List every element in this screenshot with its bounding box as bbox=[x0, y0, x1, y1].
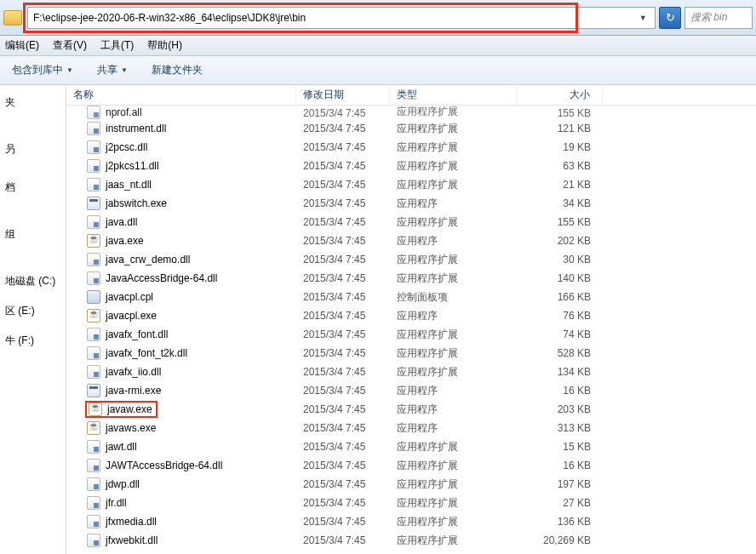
file-date-cell: 2015/3/4 7:45 bbox=[296, 291, 390, 303]
file-size-cell: 34 KB bbox=[518, 197, 603, 209]
file-name-cell[interactable]: jfxmedia.dll bbox=[66, 515, 296, 528]
file-name-cell[interactable]: nprof.all bbox=[66, 106, 296, 119]
file-row[interactable]: jabswitch.exe2015/3/4 7:45应用程序34 KB bbox=[66, 194, 756, 213]
file-row[interactable]: java-rmi.exe2015/3/4 7:45应用程序16 KB bbox=[66, 381, 756, 400]
sidebar-item[interactable]: 夹 bbox=[0, 92, 66, 113]
file-name-label: javacpl.cpl bbox=[106, 291, 153, 303]
toolbar-share[interactable]: 共享 ▼ bbox=[97, 63, 128, 77]
menu-help[interactable]: 帮助(H) bbox=[147, 38, 182, 53]
sidebar-item[interactable]: 牛 (F:) bbox=[0, 330, 66, 351]
file-rows[interactable]: nprof.all2015/3/4 7:45应用程序扩展155 KBinstru… bbox=[66, 106, 756, 554]
file-row[interactable]: java_crw_demo.dll2015/3/4 7:45应用程序扩展30 K… bbox=[66, 250, 756, 269]
file-name-cell[interactable]: jabswitch.exe bbox=[66, 197, 296, 210]
file-row[interactable]: java.dll2015/3/4 7:45应用程序扩展155 KB bbox=[66, 213, 756, 231]
file-row[interactable]: javafx_iio.dll2015/3/4 7:45应用程序扩展134 KB bbox=[66, 363, 756, 381]
file-name-cell[interactable]: java.exe bbox=[66, 234, 296, 248]
file-name-cell[interactable]: JavaAccessBridge-64.dll bbox=[66, 271, 296, 285]
file-row[interactable]: javafx_font_t2k.dll2015/3/4 7:45应用程序扩展52… bbox=[66, 344, 756, 363]
file-name-cell[interactable]: jaas_nt.dll bbox=[66, 178, 296, 191]
file-name-cell[interactable]: jfr.dll bbox=[66, 496, 296, 510]
file-row[interactable]: jdwp.dll2015/3/4 7:45应用程序扩展197 KB bbox=[66, 475, 756, 494]
file-date-cell: 2015/3/4 7:45 bbox=[296, 123, 390, 134]
refresh-button[interactable]: ↻ bbox=[659, 7, 681, 29]
file-date-cell: 2015/3/4 7:45 bbox=[296, 328, 390, 340]
file-name-cell[interactable]: instrument.dll bbox=[66, 122, 296, 135]
file-name-label: java-rmi.exe bbox=[106, 385, 161, 397]
dll-file-icon bbox=[87, 271, 100, 285]
file-name-cell[interactable]: java-rmi.exe bbox=[66, 384, 296, 397]
file-name-cell[interactable]: java_crw_demo.dll bbox=[66, 253, 296, 266]
file-date-cell: 2015/3/4 7:45 bbox=[296, 516, 390, 528]
file-name-cell[interactable]: javafx_font_t2k.dll bbox=[66, 346, 296, 360]
file-size-cell: 15 KB bbox=[518, 441, 603, 453]
file-row[interactable]: JavaAccessBridge-64.dll2015/3/4 7:45应用程序… bbox=[66, 269, 756, 288]
file-row[interactable]: jaas_nt.dll2015/3/4 7:45应用程序扩展21 KB bbox=[66, 175, 756, 194]
file-name-cell[interactable]: javafx_iio.dll bbox=[66, 365, 296, 379]
file-name-cell[interactable]: j2pcsc.dll bbox=[66, 140, 296, 154]
file-row[interactable]: javacpl.cpl2015/3/4 7:45控制面板项166 KB bbox=[66, 288, 756, 306]
toolbar-include[interactable]: 包含到库中 ▼ bbox=[12, 63, 73, 77]
file-name-cell[interactable]: jdwp.dll bbox=[66, 477, 296, 491]
sidebar: 夹叧档组地磁盘 (C:)区 (E:)牛 (F:) bbox=[0, 85, 66, 554]
sidebar-item[interactable]: 叧 bbox=[0, 139, 66, 160]
address-dropdown-icon[interactable]: ▼ bbox=[636, 14, 650, 22]
file-row[interactable]: jfxmedia.dll2015/3/4 7:45应用程序扩展136 KB bbox=[66, 512, 756, 531]
file-row[interactable]: javaw.exe2015/3/4 7:45应用程序203 KB bbox=[66, 400, 756, 419]
file-row[interactable]: j2pcsc.dll2015/3/4 7:45应用程序扩展19 KB bbox=[66, 138, 756, 157]
address-input[interactable] bbox=[33, 12, 636, 24]
sidebar-item[interactable]: 组 bbox=[0, 224, 66, 245]
file-row[interactable]: java.exe2015/3/4 7:45应用程序202 KB bbox=[66, 231, 756, 250]
file-size-cell: 134 KB bbox=[518, 366, 603, 378]
menu-view[interactable]: 查看(V) bbox=[53, 38, 87, 53]
file-row[interactable]: nprof.all2015/3/4 7:45应用程序扩展155 KB bbox=[66, 106, 756, 119]
file-type-cell: 应用程序 bbox=[390, 309, 518, 323]
dll-file-icon bbox=[87, 534, 100, 547]
toolbar-newfolder[interactable]: 新建文件夹 bbox=[152, 63, 203, 77]
file-date-cell: 2015/3/4 7:45 bbox=[296, 254, 390, 266]
file-name-cell[interactable]: jawt.dll bbox=[66, 440, 296, 454]
col-header-date[interactable]: 修改日期 bbox=[296, 85, 390, 105]
col-header-name[interactable]: 名称 bbox=[66, 85, 296, 105]
menu-edit[interactable]: 编辑(E) bbox=[5, 38, 39, 53]
file-row[interactable]: jfr.dll2015/3/4 7:45应用程序扩展27 KB bbox=[66, 494, 756, 512]
file-name-label: javafx_iio.dll bbox=[106, 366, 161, 378]
sidebar-spacer bbox=[0, 198, 66, 207]
file-name-cell[interactable]: JAWTAccessBridge-64.dll bbox=[66, 459, 296, 472]
col-header-size[interactable]: 大小 bbox=[518, 85, 603, 105]
file-name-cell[interactable]: javacpl.exe bbox=[66, 309, 296, 323]
dll-file-icon bbox=[87, 440, 100, 454]
file-date-cell: 2015/3/4 7:45 bbox=[296, 478, 390, 490]
file-date-cell: 2015/3/4 7:45 bbox=[296, 310, 390, 322]
file-name-cell[interactable]: jfxwebkit.dll bbox=[66, 534, 296, 547]
file-row[interactable]: j2pkcs11.dll2015/3/4 7:45应用程序扩展63 KB bbox=[66, 157, 756, 175]
sidebar-item[interactable]: 地磁盘 (C:) bbox=[0, 271, 66, 292]
address-box[interactable]: ▼ bbox=[27, 7, 656, 29]
file-row[interactable]: javaws.exe2015/3/4 7:45应用程序313 KB bbox=[66, 419, 756, 437]
file-type-cell: 应用程序扩展 bbox=[390, 365, 518, 380]
file-name-cell[interactable]: javacpl.cpl bbox=[66, 290, 296, 304]
file-name-cell[interactable]: javaws.exe bbox=[66, 421, 296, 435]
col-header-type[interactable]: 类型 bbox=[390, 85, 518, 105]
file-name-cell[interactable]: j2pkcs11.dll bbox=[66, 159, 296, 173]
file-row[interactable]: jfxwebkit.dll2015/3/4 7:45应用程序扩展20,269 K… bbox=[66, 531, 756, 550]
file-name-label: java.dll bbox=[106, 216, 137, 228]
sidebar-spacer bbox=[0, 322, 66, 330]
menu-tools[interactable]: 工具(T) bbox=[100, 38, 134, 53]
search-placeholder: 搜索 bin bbox=[690, 10, 727, 25]
file-row[interactable]: instrument.dll2015/3/4 7:45应用程序扩展121 KB bbox=[66, 119, 756, 138]
search-input[interactable]: 搜索 bin bbox=[684, 7, 753, 29]
sidebar-item[interactable]: 区 (E:) bbox=[0, 300, 66, 322]
file-row[interactable]: JAWTAccessBridge-64.dll2015/3/4 7:45应用程序… bbox=[66, 456, 756, 475]
file-row[interactable]: javafx_font.dll2015/3/4 7:45应用程序扩展74 KB bbox=[66, 325, 756, 344]
file-name-cell[interactable]: javaw.exe bbox=[66, 401, 296, 418]
file-date-cell: 2015/3/4 7:45 bbox=[296, 272, 390, 284]
file-name-cell[interactable]: java.dll bbox=[66, 215, 296, 229]
dll-file-icon bbox=[87, 178, 100, 191]
java-file-icon bbox=[87, 234, 100, 248]
file-date-cell: 2015/3/4 7:45 bbox=[296, 107, 390, 119]
file-row[interactable]: javacpl.exe2015/3/4 7:45应用程序76 KB bbox=[66, 306, 756, 325]
sidebar-item[interactable]: 档 bbox=[0, 177, 66, 198]
file-name-cell[interactable]: javafx_font.dll bbox=[66, 328, 296, 341]
file-row[interactable]: jawt.dll2015/3/4 7:45应用程序扩展15 KB bbox=[66, 437, 756, 456]
file-name-label: j2pcsc.dll bbox=[106, 141, 147, 153]
